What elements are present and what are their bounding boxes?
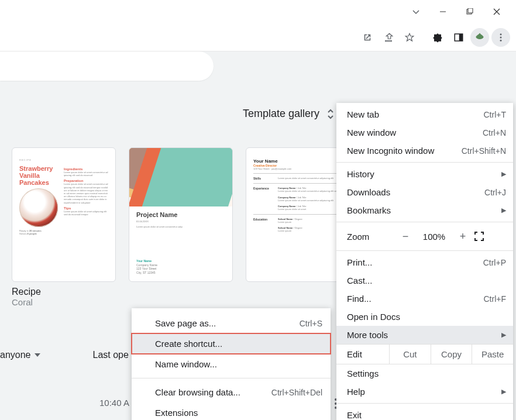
menu-new-window[interactable]: New windowCtrl+N [336,123,513,142]
menu-history[interactable]: History▶ [336,165,513,183]
svg-point-6 [500,36,502,38]
open-new-icon[interactable] [358,28,377,47]
menu-edit-row: Edit Cut Copy Paste [336,344,513,364]
menu-more-tools[interactable]: More tools▶ [336,326,513,344]
menu-bookmarks[interactable]: Bookmarks▶ [336,201,513,219]
menu-incognito[interactable]: New Incognito windowCtrl+Shift+N [336,142,513,160]
template-thumb: Project Name 01.04.20XX Lorem ipsum dolo… [129,147,233,282]
edit-copy-button[interactable]: Copy [431,345,472,364]
template-cards: RECIPE Strawberry Vanilla Pancakes Ready… [12,147,350,307]
tab-chevron-icon[interactable] [403,3,429,20]
browser-toolbar [0,23,516,51]
menu-new-tab[interactable]: New tabCtrl+T [336,105,513,123]
fullscreen-icon[interactable] [474,232,498,241]
menu-open-docs[interactable]: Open in Docs [336,308,513,326]
close-button[interactable] [483,3,510,20]
owned-by-filter[interactable]: anyone [0,350,40,360]
svg-rect-4 [459,34,463,41]
menu-settings[interactable]: Settings [336,364,513,383]
share-icon[interactable] [379,28,398,47]
submenu-save-page[interactable]: Save page as...Ctrl+S [132,313,331,333]
menu-help[interactable]: Help▶ [336,383,513,401]
page-content: Template gallery RECIPE Strawberry Vanil… [0,51,516,420]
star-icon[interactable] [400,28,419,47]
menu-zoom: Zoom − 100% + [336,225,513,248]
menu-cast[interactable]: Cast... [336,271,513,290]
doc-time: 10:40 A [99,398,129,408]
side-panel-icon[interactable] [449,28,468,47]
submenu-create-shortcut[interactable]: Create shortcut... [132,333,331,354]
menu-find[interactable]: Find...Ctrl+F [336,290,513,308]
expand-icon [326,108,335,120]
template-gallery-label: Template gallery [243,108,319,120]
extensions-icon[interactable] [428,28,447,47]
maximize-button[interactable] [456,3,483,20]
template-thumb: RECIPE Strawberry Vanilla Pancakes Ready… [12,147,116,282]
search-bar[interactable] [0,51,214,81]
avatar-icon[interactable] [470,28,489,47]
template-subtitle: Coral [12,297,116,307]
submenu-extensions[interactable]: Extensions [132,402,331,420]
template-thumb: Your Name Creative Director 123 Your Str… [246,147,350,282]
more-tools-submenu: Save page as...Ctrl+S Create shortcut...… [132,308,331,420]
submenu-clear-data[interactable]: Clear browsing data...Ctrl+Shift+Del [132,382,331,402]
zoom-out-button[interactable]: − [394,230,417,243]
edit-paste-button[interactable]: Paste [472,345,513,364]
filters-row: anyone Last ope [0,350,129,360]
template-card-recipe[interactable]: RECIPE Strawberry Vanilla Pancakes Ready… [12,147,116,307]
menu-print[interactable]: Print...Ctrl+P [336,253,513,271]
menu-icon[interactable] [491,28,510,47]
submenu-name-window[interactable]: Name window... [132,354,331,374]
template-title: Recipe [12,287,116,297]
window-titlebar [0,0,516,23]
minimize-button[interactable] [429,3,456,20]
edit-cut-button[interactable]: Cut [389,345,431,364]
main-menu: New tabCtrl+T New windowCtrl+N New Incog… [336,103,513,420]
template-card-tropic[interactable]: Project Name 01.04.20XX Lorem ipsum dolo… [129,147,233,307]
menu-downloads[interactable]: DownloadsCtrl+J [336,183,513,201]
zoom-in-button[interactable]: + [451,230,474,243]
menu-exit[interactable]: Exit [336,406,513,420]
svg-rect-2 [468,8,473,13]
svg-point-5 [500,33,502,35]
zoom-value: 100% [417,232,451,242]
svg-point-7 [500,39,502,41]
template-card-resume[interactable]: Your Name Creative Director 123 Your Str… [246,147,350,307]
sort-filter[interactable]: Last ope [93,350,129,360]
